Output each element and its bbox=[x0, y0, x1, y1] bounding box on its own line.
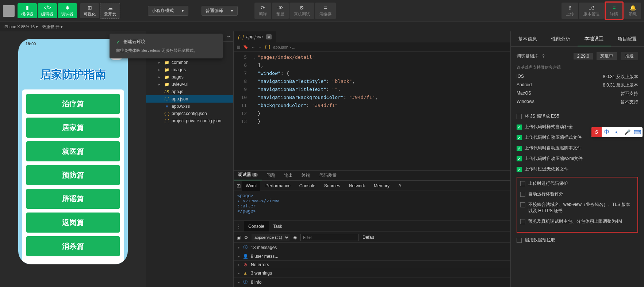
new-file-icon[interactable]: ⇥ bbox=[227, 34, 230, 39]
forward-icon[interactable]: → bbox=[258, 45, 262, 49]
tree-item[interactable]: {‥}project.config.json bbox=[146, 110, 233, 117]
setting-checkbox-row[interactable]: 将 JS 编译成 ES5 bbox=[517, 113, 638, 119]
tab-network[interactable]: Network bbox=[345, 181, 369, 191]
simulator-button[interactable]: ▮模拟器 bbox=[18, 3, 37, 18]
tab-performance[interactable]: Performance bbox=[262, 181, 294, 191]
ime-bar[interactable]: S 中 •, 🎤 ⌨ bbox=[591, 127, 643, 137]
bookmark-icon[interactable]: 🔖 bbox=[243, 45, 248, 49]
tab-task-drawer[interactable]: Task bbox=[269, 221, 287, 232]
visual-button[interactable]: ⊞可视化 bbox=[80, 3, 99, 18]
tree-item[interactable]: ≡app.wxss bbox=[146, 103, 233, 110]
context-select[interactable]: appservice (#1) bbox=[252, 234, 290, 241]
tab-memory[interactable]: Memory bbox=[370, 181, 393, 191]
debugger-button[interactable]: ✱调试器 bbox=[58, 3, 77, 18]
tree-item[interactable]: ▸📁common bbox=[146, 59, 233, 66]
level-label[interactable]: Defau bbox=[363, 235, 374, 240]
hot-reload-toggle[interactable]: 热重载 开 ▾ bbox=[42, 24, 63, 30]
device-select[interactable]: iPhone X 85% 16 ▾ bbox=[4, 24, 38, 29]
setting-checkbox-row[interactable]: 上传时进行代码保护 bbox=[520, 180, 635, 187]
tree-item[interactable]: ▸📁pages bbox=[146, 73, 233, 81]
checkbox[interactable] bbox=[517, 114, 522, 119]
console-msg-row[interactable]: ▸ⓘ13 messages bbox=[234, 243, 510, 252]
tab-problems[interactable]: 问题 bbox=[262, 171, 280, 180]
console-msg-row[interactable]: ▸👤9 user mess... bbox=[234, 252, 510, 261]
console-msg-row[interactable]: ▸▲3 warnings bbox=[234, 269, 510, 278]
tab-localsettings[interactable]: 本地设置 bbox=[578, 31, 611, 46]
setting-checkbox-row[interactable]: ✓上传时过滤无依赖文件 bbox=[517, 166, 638, 172]
sim-menu-button[interactable]: 治疗篇 bbox=[26, 94, 120, 114]
remote-debug-button[interactable]: ⚙真机调试 bbox=[290, 3, 314, 19]
tab-sources[interactable]: Sources bbox=[321, 181, 344, 191]
tab-perf[interactable]: 性能分析 bbox=[544, 31, 577, 46]
checkbox[interactable]: ✓ bbox=[517, 156, 522, 161]
message-button[interactable]: 🔔消息 bbox=[624, 3, 641, 19]
clear-icon[interactable]: ⊘ bbox=[244, 235, 248, 240]
tree-item[interactable]: {‥}project.private.config.json bbox=[146, 117, 233, 125]
dom-inspector[interactable]: <page> ▸ <view>…</view> ::after</page> bbox=[234, 191, 510, 221]
checkbox[interactable]: ✓ bbox=[517, 135, 522, 140]
ime-punct-icon[interactable]: •, bbox=[612, 127, 622, 137]
sim-menu-button[interactable]: 预防篇 bbox=[26, 165, 120, 185]
setting-checkbox-row[interactable]: 自动运行体验评分 bbox=[520, 191, 635, 197]
checkbox[interactable]: ✓ bbox=[517, 146, 522, 151]
editor-tab-appjson[interactable]: {‥} app.json × bbox=[234, 31, 276, 42]
setting-checkbox-row[interactable]: 预览及真机调试时主包、分包体积上限调整为4M bbox=[520, 218, 635, 225]
sim-menu-button[interactable]: 消杀篇 bbox=[26, 236, 120, 256]
setting-checkbox-row[interactable]: 不校验合法域名、web-view（业务域名）、TLS 版本以及 HTTPS 证书 bbox=[520, 202, 635, 214]
sim-menu-button[interactable]: 居家篇 bbox=[26, 118, 120, 138]
tab-codequality[interactable]: 代码质量 bbox=[315, 171, 341, 180]
tree-item[interactable]: JSapp.js bbox=[146, 88, 233, 95]
tab-console-drawer[interactable]: Console bbox=[244, 221, 269, 232]
sim-menu-button[interactable]: 就医篇 bbox=[26, 141, 120, 161]
checkbox[interactable] bbox=[520, 192, 525, 197]
version-button[interactable]: ⎇版本管理 bbox=[579, 3, 604, 19]
compile-select[interactable]: 普通编译▼ bbox=[202, 6, 238, 16]
eye-icon[interactable]: ◉ bbox=[293, 235, 297, 240]
preview-button[interactable]: 👁预览 bbox=[272, 3, 289, 19]
help-icon[interactable]: ? bbox=[542, 54, 545, 59]
setting-checkbox-row[interactable]: ✓上传代码时自动压缩wxml文件 bbox=[517, 156, 638, 162]
drag-icon[interactable]: ⋮ bbox=[234, 224, 244, 229]
checkbox[interactable]: ✓ bbox=[517, 167, 522, 172]
push-button[interactable]: 推送 bbox=[621, 52, 638, 60]
mode-select[interactable]: 小程序模式▼ bbox=[148, 6, 188, 16]
ime-lang[interactable]: 中 bbox=[602, 127, 612, 137]
console-msg-row[interactable]: ▸ⓘ8 info bbox=[234, 278, 510, 287]
code-editor[interactable]: 5678910111213 ⌄ "pages/index/detail" ], … bbox=[234, 52, 510, 170]
close-icon[interactable]: × bbox=[266, 34, 272, 39]
tab-terminal[interactable]: 终端 bbox=[297, 171, 315, 180]
cloud-notification[interactable]: ✓ 创建云环境 前往免费体验 Serverless 无服务器开发模式。 bbox=[110, 34, 223, 58]
checkbox[interactable] bbox=[520, 202, 525, 207]
tab-projectconfig[interactable]: 项目配置 bbox=[611, 31, 644, 46]
sim-menu-button[interactable]: 返岗篇 bbox=[26, 213, 120, 233]
detail-button[interactable]: ≡详情 bbox=[605, 1, 624, 20]
tree-item[interactable]: {‥}app.json bbox=[146, 95, 233, 103]
cloud-button[interactable]: ☁云开发 bbox=[100, 3, 120, 19]
checkbox[interactable]: ✓ bbox=[517, 125, 522, 130]
tree-item[interactable]: ▸📁images bbox=[146, 66, 233, 73]
back-icon[interactable]: ← bbox=[251, 45, 255, 49]
checkbox[interactable] bbox=[520, 181, 525, 186]
tab-console[interactable]: Console bbox=[296, 181, 319, 191]
tab-wxml[interactable]: Wxml bbox=[242, 181, 260, 191]
setting-checkbox-row[interactable]: 启用数据预拉取 bbox=[517, 237, 638, 243]
sim-menu-button[interactable]: 辟谣篇 bbox=[26, 189, 120, 209]
ime-keyboard-icon[interactable]: ⌨ bbox=[632, 127, 643, 137]
clear-cache-button[interactable]: ≡清缓存 bbox=[315, 3, 336, 19]
upload-button[interactable]: ⇪上传 bbox=[561, 3, 578, 19]
compile-button[interactable]: ⟳编译 bbox=[254, 3, 271, 19]
tab-more[interactable]: A bbox=[395, 181, 405, 191]
tab-basicinfo[interactable]: 基本信息 bbox=[511, 31, 544, 46]
tab-debugger[interactable]: 调试器3 bbox=[234, 170, 262, 180]
checkbox[interactable] bbox=[517, 238, 522, 243]
setting-checkbox-row[interactable]: ✓上传代码时自动压缩脚本文件 bbox=[517, 145, 638, 151]
split-icon[interactable]: ▥ bbox=[237, 45, 240, 49]
editor-button[interactable]: </>编辑器 bbox=[38, 3, 57, 18]
sidebar-icon[interactable]: ▣ bbox=[237, 235, 241, 240]
checkbox[interactable] bbox=[520, 219, 525, 224]
tab-output[interactable]: 输出 bbox=[280, 171, 297, 180]
inspect-icon[interactable]: ◰ bbox=[237, 183, 241, 188]
console-msg-row[interactable]: ▸⊗No errors bbox=[234, 261, 510, 269]
filter-input[interactable] bbox=[300, 234, 359, 241]
avatar[interactable] bbox=[3, 5, 15, 17]
